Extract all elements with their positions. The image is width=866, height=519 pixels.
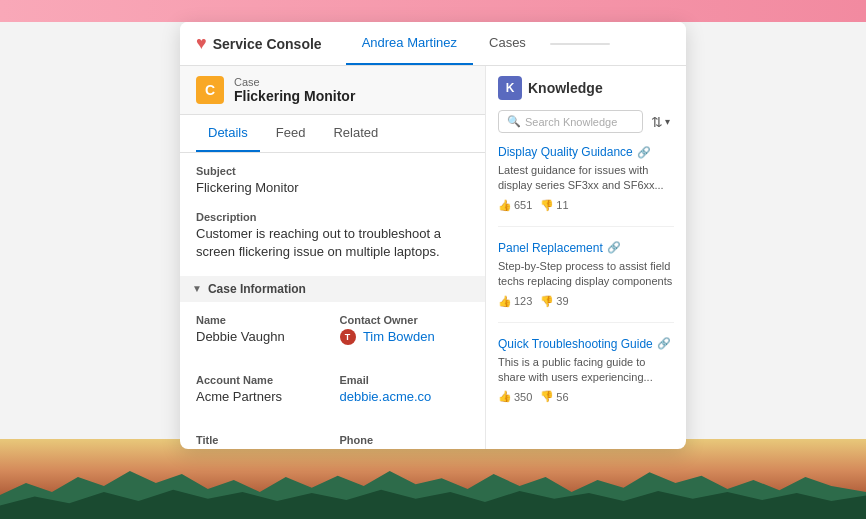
phone-value: 415-999-8888 [340,448,470,449]
vote-down-1: 👎 11 [540,199,568,212]
title-value: Account Rep [196,448,326,449]
knowledge-panel: K Knowledge 🔍 Search Knowledge ⇅ ▾ Displ… [486,66,686,449]
top-pink-bar [0,0,866,22]
article-3-desc: This is a public facing guide to share w… [498,355,674,386]
vote-up-2: 👍 123 [498,295,532,308]
name-label: Name [196,314,326,326]
name-value: Debbie Vaughn [196,328,326,346]
knowledge-title: Knowledge [528,80,603,96]
thumbup-icon-2: 👍 [498,295,512,308]
subject-label: Subject [196,165,469,177]
description-field: Description Customer is reaching out to … [196,211,469,261]
subject-value: Flickering Monitor [196,179,469,197]
tab-details[interactable]: Details [196,115,260,152]
vote-down-2: 👎 39 [540,295,568,308]
link-icon-3: 🔗 [657,337,671,350]
description-value: Customer is reaching out to troubleshoot… [196,225,469,261]
case-icon: C [196,76,224,104]
thumbdown-count-3: 56 [556,391,568,403]
article-3-votes: 👍 350 👎 56 [498,390,674,403]
knowledge-icon: K [498,76,522,100]
thumbup-count-1: 651 [514,199,532,211]
sort-button[interactable]: ⇅ ▾ [647,112,674,132]
subject-field: Subject Flickering Monitor [196,165,469,197]
knowledge-article-3: Quick Troubleshooting Guide 🔗 This is a … [498,337,674,418]
nav-tab-andrea[interactable]: Andrea Martinez [346,22,473,65]
article-3-title-row: Quick Troubleshooting Guide 🔗 [498,337,674,351]
nav-tab-cases[interactable]: Cases [473,22,542,65]
app-title: Service Console [213,36,322,52]
article-1-title-row: Display Quality Guidance 🔗 [498,145,674,159]
link-icon-2: 🔗 [607,241,621,254]
case-info-section[interactable]: ▼ Case Information [180,276,485,302]
article-1-link[interactable]: Display Quality Guidance [498,145,633,159]
knowledge-header: K Knowledge [486,66,686,106]
contact-owner-link[interactable]: Tim Bowden [363,329,435,344]
knowledge-search-bar: 🔍 Search Knowledge ⇅ ▾ [486,106,686,141]
main-card: ♥ Service Console Andrea Martinez Cases … [180,22,686,449]
phone-field: Phone 415-999-8888 [340,434,470,449]
article-2-link[interactable]: Panel Replacement [498,241,603,255]
thumbdown-icon-3: 👎 [540,390,554,403]
tab-related[interactable]: Related [321,115,390,152]
dropdown-icon: ▾ [665,116,670,127]
article-2-votes: 👍 123 👎 39 [498,295,674,308]
account-name-label: Account Name [196,374,326,386]
name-field: Name Debbie Vaughn [196,314,326,346]
account-name-field: Account Name Acme Partners [196,374,326,406]
title-field: Title Account Rep [196,434,326,449]
thumbdown-icon-1: 👎 [540,199,554,212]
section-title: Case Information [208,282,306,296]
vote-up-1: 👍 651 [498,199,532,212]
article-2-desc: Step-by-Step process to assist field tec… [498,259,674,290]
search-placeholder: Search Knowledge [525,116,617,128]
case-info-fields: Name Debbie Vaughn Contact Owner T Tim B… [196,314,469,449]
email-label: Email [340,374,470,386]
nav-bar: ♥ Service Console Andrea Martinez Cases [180,22,686,66]
knowledge-search-input-wrapper[interactable]: 🔍 Search Knowledge [498,110,643,133]
avatar: T [340,329,356,345]
vote-down-3: 👎 56 [540,390,568,403]
case-title-block: Case Flickering Monitor [234,76,355,104]
title-label: Title [196,434,326,446]
case-label: Case [234,76,355,88]
thumbdown-icon-2: 👎 [540,295,554,308]
content-area: C Case Flickering Monitor Details Feed R… [180,66,686,449]
thumbup-count-3: 350 [514,391,532,403]
bottom-landscape [0,439,866,519]
left-panel: C Case Flickering Monitor Details Feed R… [180,66,486,449]
tab-bar: Details Feed Related [180,115,485,153]
detail-content: Subject Flickering Monitor Description C… [180,153,485,449]
chevron-icon: ▼ [192,283,202,294]
search-icon: 🔍 [507,115,521,128]
link-icon-1: 🔗 [637,146,651,159]
article-3-link[interactable]: Quick Troubleshooting Guide [498,337,653,351]
contact-owner-label: Contact Owner [340,314,470,326]
contact-owner-field: Contact Owner T Tim Bowden [340,314,470,346]
phone-label: Phone [340,434,470,446]
thumbup-icon-1: 👍 [498,199,512,212]
email-value: debbie.acme.co [340,388,470,406]
case-header: C Case Flickering Monitor [180,66,485,115]
email-link[interactable]: debbie.acme.co [340,389,432,404]
knowledge-article-1: Display Quality Guidance 🔗 Latest guidan… [498,145,674,227]
article-2-title-row: Panel Replacement 🔗 [498,241,674,255]
tab-feed[interactable]: Feed [264,115,318,152]
case-name: Flickering Monitor [234,88,355,104]
nav-tabs: Andrea Martinez Cases [346,22,618,65]
email-field: Email debbie.acme.co [340,374,470,406]
nav-logo[interactable]: ♥ Service Console [196,33,322,54]
account-name-value: Acme Partners [196,388,326,406]
description-label: Description [196,211,469,223]
article-1-votes: 👍 651 👎 11 [498,199,674,212]
thumbdown-count-2: 39 [556,295,568,307]
article-1-desc: Latest guidance for issues with display … [498,163,674,194]
knowledge-article-2: Panel Replacement 🔗 Step-by-Step process… [498,241,674,323]
thumbdown-count-1: 11 [556,199,568,211]
thumbup-count-2: 123 [514,295,532,307]
sort-icon: ⇅ [651,114,663,130]
vote-up-3: 👍 350 [498,390,532,403]
knowledge-list: Display Quality Guidance 🔗 Latest guidan… [486,141,686,449]
contact-owner-value: T Tim Bowden [340,328,470,346]
nav-tab-divider [550,43,610,45]
